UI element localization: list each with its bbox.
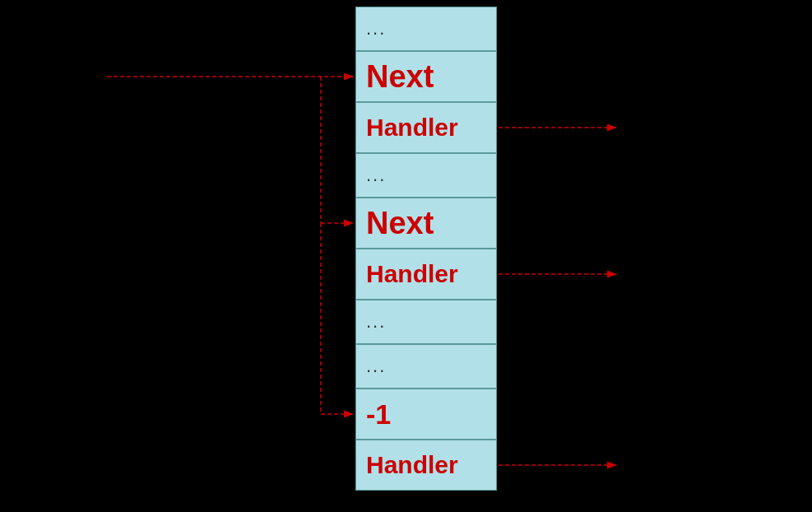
diagram-container: ... Next Handler ... Next Handler ... ..…	[0, 0, 812, 512]
minus1-text: -1	[366, 398, 391, 431]
box-dots-2: ...	[355, 153, 497, 198]
boxes-column: ... Next Handler ... Next Handler ... ..…	[355, 7, 497, 491]
box-dots-4: ...	[355, 344, 497, 389]
next-2-text: Next	[366, 206, 434, 241]
next-1-text: Next	[366, 59, 434, 95]
box-next-1: Next	[355, 51, 497, 102]
dots-4-text: ...	[366, 356, 386, 377]
handler-3-text: Handler	[366, 451, 458, 479]
box-dots-3: ...	[355, 300, 497, 344]
handler-1-text: Handler	[366, 114, 458, 142]
dots-1-text: ...	[366, 18, 386, 40]
box-handler-2: Handler	[355, 249, 497, 300]
box-handler-3: Handler	[355, 440, 497, 491]
box-dots-1: ...	[355, 7, 497, 51]
box-handler-1: Handler	[355, 102, 497, 153]
dots-2-text: ...	[366, 165, 386, 186]
box-next-2: Next	[355, 198, 497, 249]
box-minus1: -1	[355, 389, 497, 440]
handler-2-text: Handler	[366, 260, 458, 288]
dots-3-text: ...	[366, 311, 386, 333]
